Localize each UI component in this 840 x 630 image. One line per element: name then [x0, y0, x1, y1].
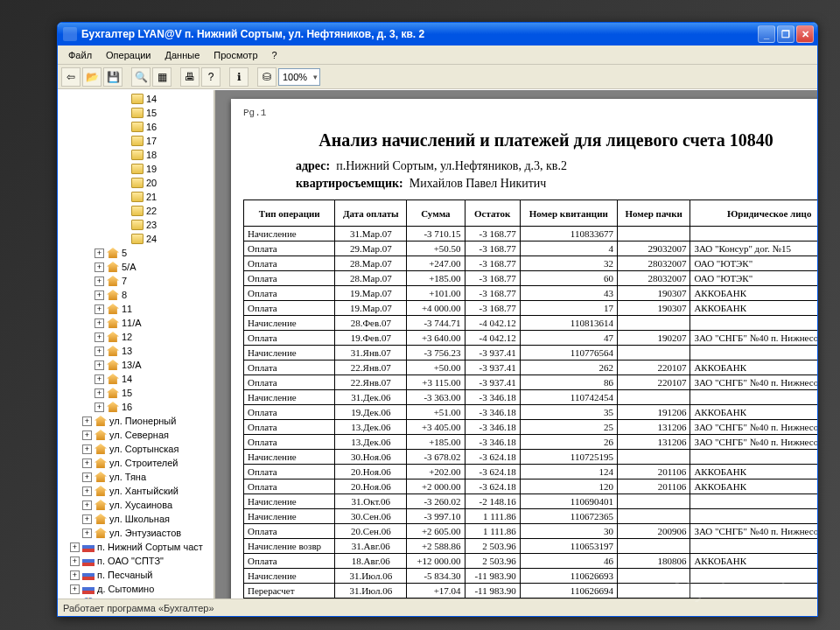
tree-town[interactable]: +п. Песчаный [58, 568, 214, 582]
tree-street[interactable]: +ул. Хусаинова [58, 498, 214, 512]
tool-grid-icon[interactable]: ▦ [152, 67, 172, 87]
tree-street[interactable]: +ул. Северная [58, 428, 214, 442]
table-row: Начисление31.Окт.06-3 260.02-2 148.16110… [244, 494, 818, 509]
menu-file[interactable]: Файл [61, 48, 99, 62]
zoom-select[interactable]: 100% [278, 68, 320, 86]
report-title: Анализ начислений и платежей для лицевог… [243, 130, 817, 150]
table-row: Оплата19.Мар.07+101.00-3 168.7743190307А… [244, 286, 818, 301]
tree-folder[interactable]: 16 [58, 120, 214, 134]
folder-icon [131, 178, 144, 188]
menu-data[interactable]: Данные [158, 48, 207, 62]
tree-street[interactable]: +ул. Строителей [58, 456, 214, 470]
tree-folder[interactable]: 14 [58, 92, 214, 106]
flag-icon [82, 556, 94, 566]
tree-apartment[interactable]: +13/А [58, 358, 214, 372]
column-header: Тип операции [244, 200, 335, 227]
house-icon [107, 332, 119, 342]
column-header: Номер квитанции [520, 200, 617, 227]
tree-apartment[interactable]: +16 [58, 400, 214, 414]
tree-folder[interactable]: 20 [58, 176, 214, 190]
tree-village[interactable]: +д. Сытомино [58, 582, 214, 596]
tree-apartment[interactable]: +14 [58, 372, 214, 386]
house-icon [107, 374, 119, 384]
tree-folder[interactable]: 24 [58, 232, 214, 246]
column-header: Дата оплаты [335, 200, 407, 227]
house-icon [107, 402, 119, 412]
tree-apartment[interactable]: +8 [58, 288, 214, 302]
tool-tree-icon[interactable]: ⛁ [257, 67, 276, 87]
tree-street[interactable]: +ул. Тяна [58, 470, 214, 484]
tree-folder[interactable]: 19 [58, 162, 214, 176]
statusbar: Работает программа «Бухгалтер» [58, 598, 817, 616]
house-icon [107, 262, 119, 272]
tool-find-icon[interactable]: 🔍 [131, 67, 150, 87]
tree-apartment[interactable]: +12 [58, 330, 214, 344]
tree-folder[interactable]: 21 [58, 190, 214, 204]
tree-apartment[interactable]: +11/А [58, 316, 214, 330]
house-icon [94, 444, 107, 454]
folder-icon [131, 108, 144, 118]
house-icon [107, 248, 119, 258]
tool-help-icon[interactable]: ? [201, 67, 220, 87]
tool-print-icon[interactable]: 🖶 [180, 67, 200, 87]
tree-folder[interactable]: 15 [58, 106, 214, 120]
menu-help[interactable]: ? [265, 48, 284, 62]
tree-apartment[interactable]: +13 [58, 344, 214, 358]
maximize-button[interactable]: ❐ [777, 25, 794, 43]
menu-operations[interactable]: Операции [99, 48, 158, 62]
folder-icon [131, 164, 144, 174]
minimize-button[interactable]: _ [758, 25, 775, 43]
tree-folder[interactable]: 18 [58, 148, 214, 162]
tool-save-icon[interactable]: 💾 [103, 67, 122, 87]
table-row: Оплата13.Дек.06+185.00-3 346.1826131206З… [244, 435, 818, 450]
column-header: Номер пачки [617, 200, 690, 227]
tree-apartment[interactable]: +11 [58, 302, 214, 316]
table-row: Начисление30.Ноя.06-3 678.02-3 624.18110… [244, 450, 818, 465]
close-button[interactable]: ✕ [796, 25, 814, 43]
tree-town[interactable]: +п. Нижний Сортым част [58, 540, 214, 554]
table-row: Оплата18.Авг.06+12 000.002 503.964618080… [244, 554, 818, 569]
tree-apartment[interactable]: +15 [58, 386, 214, 400]
tree-apartment[interactable]: +5 [58, 246, 214, 260]
tree-panel[interactable]: 1415161718192021222324+5+5/А+7+8+11+11/А… [58, 90, 215, 598]
house-icon [107, 346, 119, 356]
tree-folder[interactable]: 17 [58, 134, 214, 148]
folder-icon [131, 122, 144, 132]
table-row: Начисление31.Дек.06-3 363.00-3 346.18110… [244, 390, 818, 405]
table-row: Оплата22.Янв.07+3 115.00-3 937.418622010… [244, 375, 818, 390]
house-icon [94, 500, 107, 510]
house-icon [107, 304, 119, 314]
folder-icon [131, 220, 144, 230]
titlebar[interactable]: Бухгалтер LYAN@V п. Нижний Сортым, ул. Н… [58, 23, 817, 46]
document-viewport[interactable]: Pg.1 Анализ начислений и платежей для ли… [215, 90, 817, 598]
house-icon [107, 360, 119, 370]
report-tenant: Михайлов Павел Никитич [410, 177, 547, 190]
tree-street[interactable]: +ул. Энтузиастов [58, 526, 214, 540]
tool-info-icon[interactable]: ℹ [229, 67, 248, 87]
tree-apartment[interactable]: +7 [58, 274, 214, 288]
table-row: Начисление возвр31.Авг.06+2 588.862 503.… [244, 539, 818, 554]
tree-apartment[interactable]: +5/А [58, 260, 214, 274]
tree-street[interactable]: +ул. Сортынская [58, 442, 214, 456]
tree-street[interactable]: +ул. Хантыйский [58, 484, 214, 498]
app-icon [63, 27, 77, 41]
tree-folder[interactable]: 23 [58, 218, 214, 232]
table-row: Оплата19.Дек.06+51.00-3 346.1835191206АК… [244, 405, 818, 420]
tool-open-icon[interactable]: 📂 [82, 67, 102, 87]
table-row: Начисление31.Мар.07-3 710.15-3 168.77110… [244, 227, 818, 242]
table-row: Оплата13.Дек.06+3 405.00-3 346.182513120… [244, 420, 818, 435]
table-row: Оплата28.Мар.07+185.00-3 168.77602803200… [244, 271, 818, 286]
tool-back-icon[interactable]: ⇦ [61, 67, 80, 87]
report-table: Тип операцииДата оплатыСуммаОстатокНомер… [243, 200, 817, 598]
table-row: Оплата20.Сен.06+2 605.001 111.8630200906… [244, 524, 818, 539]
tree-street[interactable]: +ул. Школьная [58, 512, 214, 526]
house-icon [94, 528, 107, 538]
table-row: Оплата28.Мар.07+247.00-3 168.77322803200… [244, 256, 818, 271]
house-icon [94, 472, 107, 482]
tree-folder[interactable]: 22 [58, 204, 214, 218]
flag-icon [82, 584, 94, 594]
menu-view[interactable]: Просмотр [206, 48, 264, 62]
folder-icon [131, 206, 144, 216]
tree-street[interactable]: +ул. Пионерный [58, 414, 214, 428]
tree-town[interactable]: +п. ОАО "СПТЗ" [58, 554, 214, 568]
